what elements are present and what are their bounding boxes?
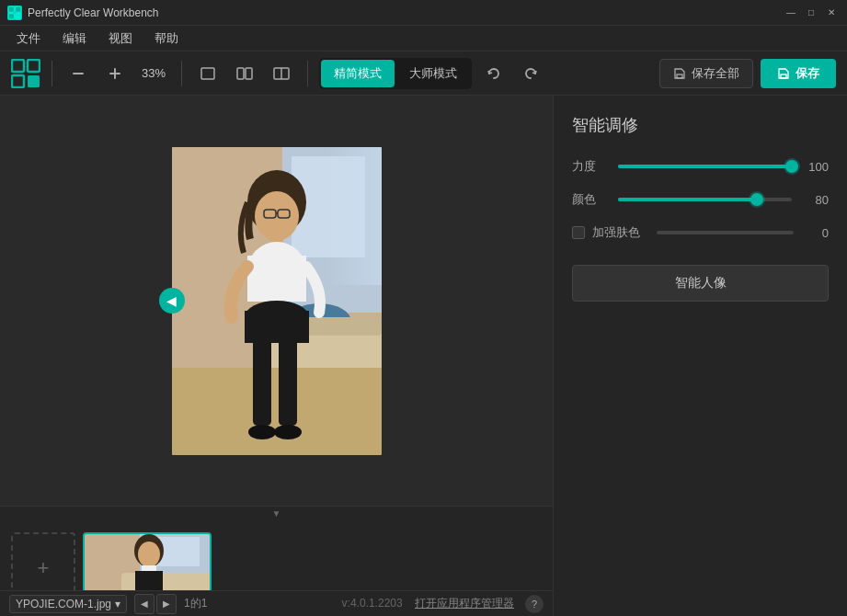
menu-edit[interactable]: 编辑 (53, 28, 96, 50)
zoom-level: 33% (137, 66, 170, 80)
svg-rect-0 (8, 6, 14, 12)
svg-point-44 (138, 542, 160, 567)
menu-bar: 文件 编辑 视图 帮助 (0, 26, 847, 51)
split-view-button[interactable] (230, 59, 259, 88)
svg-rect-5 (28, 60, 40, 72)
svg-rect-12 (237, 68, 244, 79)
strength-label: 力度 (572, 158, 609, 175)
master-mode-button[interactable]: 大师模式 (396, 60, 470, 87)
toolbar-sep-3 (307, 61, 308, 86)
close-button[interactable]: ✕ (823, 5, 840, 21)
svg-rect-36 (279, 338, 297, 426)
strength-slider-thumb (785, 160, 798, 173)
strength-slider-track[interactable] (618, 165, 792, 168)
svg-point-26 (255, 191, 299, 241)
image-viewport[interactable]: ◀ (0, 96, 553, 506)
skin-enhance-row: 加强肤色 0 (572, 224, 829, 241)
menu-file[interactable]: 文件 (7, 28, 50, 50)
redo-button[interactable] (516, 59, 545, 88)
main-area: ◀ (0, 96, 847, 616)
skin-enhance-label: 加强肤色 (592, 224, 640, 241)
next-page-button[interactable]: ▶ (156, 594, 177, 614)
color-slider-fill (618, 198, 757, 201)
svg-rect-3 (16, 13, 21, 18)
toolbar-logo (11, 59, 40, 88)
mode-group: 精简模式 大师模式 (319, 58, 472, 89)
color-value: 80 (801, 193, 829, 207)
app-title: Perfectly Clear Workbench (28, 6, 777, 19)
skin-enhance-checkbox[interactable] (572, 226, 585, 239)
svg-rect-11 (201, 68, 214, 79)
zoom-in-button[interactable] (100, 59, 130, 88)
color-label: 颜色 (572, 191, 609, 208)
strength-value: 100 (801, 160, 829, 174)
simple-mode-button[interactable]: 精简模式 (321, 60, 395, 87)
svg-rect-17 (781, 74, 786, 78)
svg-rect-35 (253, 338, 271, 426)
svg-rect-34 (245, 311, 309, 343)
portrait-button[interactable]: 智能人像 (572, 265, 829, 302)
status-bar: YPOJIE.COM-1.jpg ▾ ◀ ▶ 1的1 v:4.0.1.2203 … (0, 590, 553, 616)
minimize-button[interactable]: — (783, 5, 799, 21)
single-view-button[interactable] (193, 59, 223, 88)
color-slider-track[interactable] (618, 198, 792, 201)
image-container: ◀ (172, 147, 382, 455)
svg-rect-2 (8, 13, 14, 18)
version-info: v:4.0.1.2203 打开应用程序管理器 (342, 596, 514, 611)
zoom-out-button[interactable] (63, 59, 93, 88)
window-controls: — □ ✕ (783, 5, 840, 21)
maximize-button[interactable]: □ (803, 5, 819, 21)
page-info: 1的1 (184, 596, 207, 611)
svg-rect-13 (246, 68, 252, 79)
color-slider-row: 颜色 80 (572, 191, 829, 208)
compare-view-button[interactable] (267, 59, 296, 88)
svg-point-37 (248, 425, 276, 439)
canvas-area: ◀ (0, 96, 553, 616)
save-all-button[interactable]: 保存全部 (659, 59, 753, 88)
toolbar-sep-1 (52, 61, 52, 86)
toolbar: 33% 精简模式 大师模式 保存全部 保存 (0, 51, 847, 96)
open-manager-link[interactable]: 打开应用程序管理器 (415, 597, 514, 610)
toolbar-sep-2 (181, 61, 182, 86)
svg-point-38 (274, 425, 302, 439)
svg-rect-6 (12, 75, 24, 87)
file-selector[interactable]: YPOJIE.COM-1.jpg ▾ (9, 595, 127, 613)
strength-slider-fill (618, 165, 792, 168)
page-nav-buttons: ◀ ▶ (134, 594, 177, 614)
filmstrip-arrow: ▼ (0, 507, 553, 520)
svg-rect-1 (16, 6, 21, 12)
menu-help[interactable]: 帮助 (145, 28, 188, 50)
version-text: v:4.0.1.2203 (342, 597, 403, 610)
svg-rect-7 (28, 75, 40, 87)
save-label: 保存 (795, 65, 819, 82)
save-button[interactable]: 保存 (761, 59, 836, 88)
svg-rect-16 (677, 74, 682, 78)
right-panel: 智能调修 力度 100 颜色 80 加强肤色 0 智能人 (553, 96, 847, 616)
menu-view[interactable]: 视图 (99, 28, 142, 50)
toolbar-right: 保存全部 保存 (659, 59, 836, 88)
svg-rect-24 (172, 368, 382, 455)
svg-rect-4 (12, 60, 24, 72)
prev-page-button[interactable]: ◀ (134, 594, 155, 614)
undo-button[interactable] (479, 59, 509, 88)
panel-title: 智能调修 (572, 114, 829, 136)
strength-slider-row: 力度 100 (572, 158, 829, 175)
main-photo (172, 147, 382, 455)
svg-rect-32 (247, 256, 306, 302)
save-all-label: 保存全部 (692, 65, 739, 82)
skin-enhance-value: 0 (801, 226, 829, 240)
prev-image-arrow[interactable]: ◀ (159, 288, 185, 314)
title-bar: Perfectly Clear Workbench — □ ✕ (0, 0, 847, 26)
help-button[interactable]: ? (525, 595, 544, 613)
current-filename: YPOJIE.COM-1.jpg (16, 598, 111, 610)
skin-enhance-slider[interactable] (657, 231, 794, 234)
app-icon (7, 6, 22, 20)
color-slider-thumb (750, 193, 763, 206)
dropdown-arrow-icon: ▾ (115, 598, 120, 610)
